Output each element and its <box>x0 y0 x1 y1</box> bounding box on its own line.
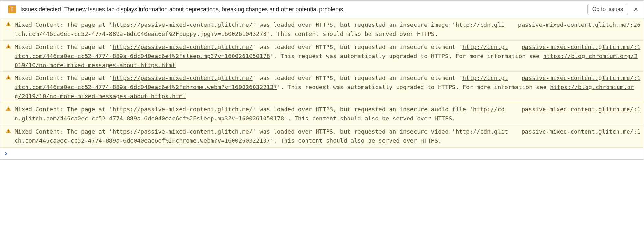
svg-rect-4 <box>8 77 9 78</box>
console-warning-row: passive-mixed-content.glitch.me/:1Mixed … <box>0 41 644 72</box>
url-link[interactable]: https://passive-mixed-content.glitch.me/ <box>112 128 252 135</box>
console-message-text: passive-mixed-content.glitch.me/:1Mixed … <box>15 127 640 145</box>
svg-rect-0 <box>8 23 9 25</box>
svg-rect-1 <box>8 25 9 26</box>
console-message-text: passive-mixed-content.glitch.me/:1Mixed … <box>15 43 640 70</box>
url-link[interactable]: https://passive-mixed-content.glitch.me/ <box>112 75 252 81</box>
svg-rect-9 <box>8 132 9 133</box>
svg-rect-8 <box>8 130 9 132</box>
warning-triangle-icon <box>5 75 11 80</box>
go-to-issues-button[interactable]: Go to Issues <box>587 4 628 15</box>
console-warning-row: passive-mixed-content.glitch.me/:26Mixed… <box>0 18 644 41</box>
svg-rect-6 <box>8 108 9 109</box>
console-message-list: passive-mixed-content.glitch.me/:26Mixed… <box>0 18 644 148</box>
url-link[interactable]: https://passive-mixed-content.glitch.me/ <box>112 21 252 28</box>
source-link[interactable]: passive-mixed-content.glitch.me/:26 <box>518 20 640 29</box>
source-link[interactable]: passive-mixed-content.glitch.me/:1 <box>522 127 640 136</box>
console-warning-row: passive-mixed-content.glitch.me/:1Mixed … <box>0 72 644 103</box>
url-link[interactable]: http://cdn.glitch.com/446ca0ec-cc52-4774… <box>15 75 508 90</box>
close-banner-icon[interactable]: × <box>632 5 639 14</box>
console-message-text: passive-mixed-content.glitch.me/:26Mixed… <box>15 20 640 38</box>
url-link[interactable]: https://passive-mixed-content.glitch.me/ <box>112 106 252 113</box>
svg-rect-7 <box>8 110 9 110</box>
warning-triangle-icon <box>5 106 11 112</box>
source-link[interactable]: passive-mixed-content.glitch.me/:1 <box>522 43 640 52</box>
chevron-right-icon: › <box>4 149 8 157</box>
svg-rect-3 <box>8 47 9 48</box>
svg-rect-5 <box>8 78 9 79</box>
issues-warning-icon: ! <box>8 5 16 13</box>
source-link[interactable]: passive-mixed-content.glitch.me/:1 <box>522 74 640 83</box>
issues-banner-text: Issues detected. The new Issues tab disp… <box>20 6 583 13</box>
warning-triangle-icon <box>5 44 11 49</box>
console-warning-row: passive-mixed-content.glitch.me/:1Mixed … <box>0 103 644 125</box>
warning-triangle-icon <box>5 21 11 27</box>
svg-rect-2 <box>8 46 9 47</box>
url-link[interactable]: https://passive-mixed-content.glitch.me/ <box>112 44 252 50</box>
url-link[interactable]: http://cdn.glitch.com/446ca0ec-cc52-4774… <box>15 106 504 122</box>
url-link[interactable]: http://cdn.glitch.com/446ca0ec-cc52-4774… <box>15 128 508 144</box>
url-link[interactable]: http://cdn.glitch.com/446ca0ec-cc52-4774… <box>15 21 504 37</box>
console-message-text: passive-mixed-content.glitch.me/:1Mixed … <box>15 74 640 101</box>
console-message-text: passive-mixed-content.glitch.me/:1Mixed … <box>15 105 640 123</box>
url-link[interactable]: http://cdn.glitch.com/446ca0ec-cc52-4774… <box>15 44 508 59</box>
icon-glyph: ! <box>11 6 13 13</box>
devtools-console-panel: ! Issues detected. The new Issues tab di… <box>0 0 644 160</box>
console-prompt[interactable]: › <box>0 148 644 159</box>
source-link[interactable]: passive-mixed-content.glitch.me/:1 <box>522 105 640 114</box>
warning-triangle-icon <box>5 128 11 134</box>
issues-banner: ! Issues detected. The new Issues tab di… <box>0 1 644 18</box>
console-warning-row: passive-mixed-content.glitch.me/:1Mixed … <box>0 125 644 148</box>
